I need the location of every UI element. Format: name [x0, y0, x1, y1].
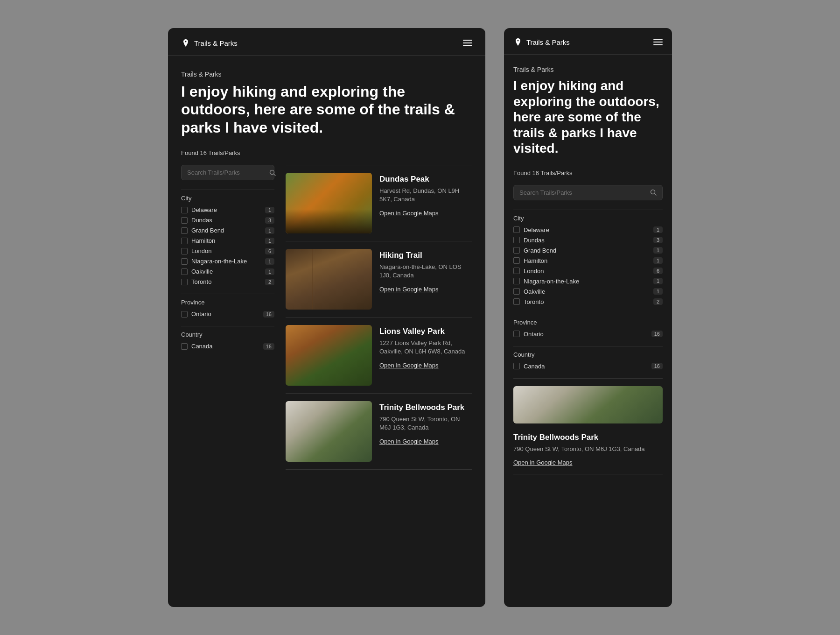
filter-item[interactable]: Hamilton 1: [181, 237, 274, 244]
narrow-search-input[interactable]: [519, 189, 646, 196]
trail-image: [513, 386, 663, 423]
filter-count: 2: [653, 298, 663, 305]
filter-label: Oakville: [191, 268, 213, 275]
filter-item-left: Toronto: [181, 278, 211, 285]
filter-checkbox[interactable]: [181, 238, 188, 244]
narrow-menu-button[interactable]: [653, 39, 663, 45]
main-content: Trails & Parks I enjoy hiking and explor…: [168, 56, 485, 483]
filter-checkbox[interactable]: [513, 237, 520, 243]
location-pin-icon: [181, 38, 190, 48]
filter-checkbox[interactable]: [513, 288, 520, 295]
filter-count: 16: [651, 331, 663, 337]
filter-item[interactable]: Grand Bend 1: [513, 247, 663, 254]
filter-item[interactable]: Grand Bend 1: [181, 227, 274, 234]
filter-label: Grand Bend: [524, 247, 556, 254]
filter-item[interactable]: London 6: [513, 268, 663, 275]
filter-item[interactable]: Canada 16: [181, 343, 274, 350]
trail-maps-link[interactable]: Open in Google Maps: [513, 459, 572, 466]
search-input[interactable]: [187, 169, 266, 176]
filter-checkbox[interactable]: [181, 217, 188, 224]
filter-label: Canada: [191, 343, 213, 350]
filter-item-left: Canada: [513, 363, 545, 370]
filter-item[interactable]: Ontario 16: [513, 331, 663, 338]
narrow-country-filter-items: Canada 16: [513, 363, 663, 370]
filter-count: 1: [265, 227, 274, 234]
trail-name: Dundas Peak: [379, 175, 472, 184]
filter-checkbox[interactable]: [513, 257, 520, 264]
filter-item[interactable]: London 6: [181, 247, 274, 254]
filter-item-left: Delaware: [513, 226, 549, 233]
trail-image: [286, 325, 372, 386]
filter-checkbox[interactable]: [513, 331, 520, 337]
city-filter: City Delaware 1 Dundas 3 Grand Bend 1 H: [181, 190, 274, 285]
filter-label: Delaware: [524, 226, 549, 233]
filter-item[interactable]: Canada 16: [513, 363, 663, 370]
narrow-province-filter: Province Ontario 16: [513, 314, 663, 338]
filter-count: 3: [265, 217, 274, 224]
filter-label: Oakville: [524, 288, 545, 295]
filter-checkbox[interactable]: [181, 343, 188, 350]
filter-count: 6: [265, 248, 274, 254]
filter-item[interactable]: Ontario 16: [181, 310, 274, 318]
filter-label: Toronto: [191, 278, 211, 285]
trail-card: Hiking Trail Niagara-on-the-Lake, ON LOS…: [286, 241, 472, 318]
narrow-country-filter: Country Canada 16: [513, 346, 663, 370]
filter-item[interactable]: Oakville 1: [181, 268, 274, 275]
filter-item[interactable]: Niagara-on-the-Lake 1: [181, 258, 274, 265]
country-filter-items: Canada 16: [181, 343, 274, 350]
main-layout: City Delaware 1 Dundas 3 Grand Bend 1 H: [181, 165, 472, 470]
trail-maps-link[interactable]: Open in Google Maps: [379, 362, 438, 369]
menu-button[interactable]: [463, 40, 472, 46]
filter-checkbox[interactable]: [181, 268, 188, 275]
filter-checkbox[interactable]: [181, 227, 188, 234]
trail-maps-link[interactable]: Open in Google Maps: [379, 438, 438, 445]
trail-maps-link[interactable]: Open in Google Maps: [379, 210, 438, 217]
narrow-main-heading: I enjoy hiking and exploring the outdoor…: [513, 78, 663, 156]
filter-checkbox[interactable]: [513, 247, 520, 254]
filter-count: 1: [265, 207, 274, 213]
filter-label: Dundas: [524, 237, 545, 244]
narrow-logo: Trails & Parks: [513, 37, 570, 47]
trail-info: Hiking Trail Niagara-on-the-Lake, ON LOS…: [379, 249, 472, 310]
filter-item[interactable]: Delaware 1: [513, 226, 663, 233]
narrow-main-content: Trails & Parks I enjoy hiking and explor…: [504, 55, 672, 486]
province-filter-title: Province: [181, 294, 274, 306]
logo: Trails & Parks: [181, 38, 238, 48]
narrow-panel: Trails & Parks Trails & Parks I enjoy hi…: [504, 28, 672, 607]
filter-item[interactable]: Hamilton 1: [513, 257, 663, 264]
filter-item-left: Niagara-on-the-Lake: [513, 278, 579, 285]
trail-info: Trinity Bellwoods Park 790 Queen St W, T…: [513, 431, 663, 466]
filter-checkbox[interactable]: [181, 248, 188, 254]
search-box[interactable]: [181, 165, 274, 180]
filter-item[interactable]: Delaware 1: [181, 206, 274, 213]
filter-item-left: Niagara-on-the-Lake: [181, 258, 247, 265]
city-filter-items: Delaware 1 Dundas 3 Grand Bend 1 Hamilto…: [181, 206, 274, 285]
filter-label: Hamilton: [191, 237, 215, 244]
narrow-province-filter-title: Province: [513, 314, 663, 326]
filter-checkbox[interactable]: [181, 311, 188, 318]
filter-checkbox[interactable]: [513, 278, 520, 284]
trail-card: Trinity Bellwoods Park 790 Queen St W, T…: [286, 394, 472, 470]
filter-checkbox[interactable]: [181, 258, 188, 265]
filter-checkbox[interactable]: [181, 207, 188, 213]
filter-item[interactable]: Oakville 1: [513, 288, 663, 295]
trail-name: Lions Valley Park: [379, 327, 472, 336]
trail-name: Hiking Trail: [379, 251, 472, 260]
filter-checkbox[interactable]: [181, 279, 188, 285]
filter-checkbox[interactable]: [513, 268, 520, 274]
filter-checkbox[interactable]: [513, 363, 520, 369]
narrow-search-icon: [650, 189, 657, 196]
filter-item[interactable]: Niagara-on-the-Lake 1: [513, 278, 663, 285]
filter-item[interactable]: Dundas 3: [181, 217, 274, 224]
filter-label: Niagara-on-the-Lake: [191, 258, 247, 265]
trail-name: Trinity Bellwoods Park: [379, 403, 472, 412]
narrow-city-filter-title: City: [513, 210, 663, 222]
filter-item[interactable]: Dundas 3: [513, 237, 663, 244]
filter-count: 1: [265, 268, 274, 275]
narrow-search-box[interactable]: [513, 185, 663, 200]
trail-maps-link[interactable]: Open in Google Maps: [379, 286, 438, 293]
filter-item[interactable]: Toronto 2: [513, 298, 663, 305]
filter-checkbox[interactable]: [513, 298, 520, 305]
filter-item[interactable]: Toronto 2: [181, 278, 274, 285]
filter-checkbox[interactable]: [513, 226, 520, 233]
